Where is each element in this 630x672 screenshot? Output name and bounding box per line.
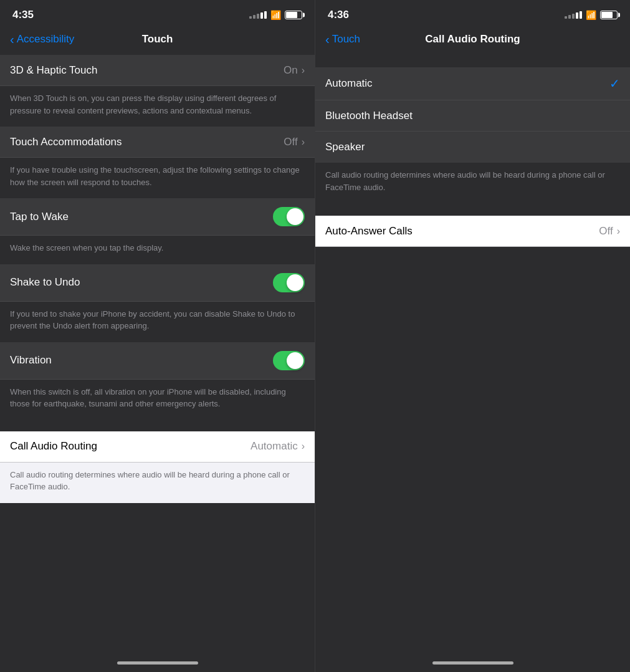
left-home-bar <box>117 661 198 665</box>
row-3d-haptic-desc: When 3D Touch is on, you can press the d… <box>0 86 315 127</box>
right-gray-fill <box>315 247 630 656</box>
left-bottom-white-section: Call Audio Routing Automatic › Call audi… <box>0 431 315 503</box>
row-touch-acc-chevron-icon: › <box>302 137 305 148</box>
right-wifi-icon: 📶 <box>586 10 596 20</box>
right-battery-icon <box>600 11 618 19</box>
row-3d-haptic-label: 3D & Haptic Touch <box>10 64 97 77</box>
routing-bluetooth-label: Bluetooth Headset <box>325 110 413 122</box>
row-auto-answer-value: Off › <box>599 225 620 238</box>
right-time: 4:36 <box>328 9 349 21</box>
row-3d-haptic[interactable]: 3D & Haptic Touch On › <box>0 55 315 86</box>
left-back-button[interactable]: ‹ Accessibility <box>10 33 74 46</box>
right-status-icons: 📶 <box>565 10 618 20</box>
row-auto-answer[interactable]: Auto-Answer Calls Off › <box>315 216 630 247</box>
left-back-label: Accessibility <box>17 33 75 46</box>
row-call-audio-label: Call Audio Routing <box>10 440 97 453</box>
left-time: 4:35 <box>12 9 34 21</box>
row-shake-undo-desc: If you tend to shake your iPhone by acci… <box>0 302 315 342</box>
right-signal-icon <box>565 11 582 19</box>
row-call-audio-chevron-icon: › <box>302 441 305 452</box>
tap-wake-toggle-knob <box>287 208 303 225</box>
left-status-icons: 📶 <box>249 10 302 20</box>
routing-options-block: Automatic ✓ Bluetooth Headset Speaker <box>315 67 630 163</box>
right-nav-title: Call Audio Routing <box>425 33 520 46</box>
shake-undo-toggle[interactable] <box>273 273 305 292</box>
row-vibration-desc: When this switch is off, all vibration o… <box>0 380 315 420</box>
left-status-bar: 4:35 📶 <box>0 0 315 27</box>
auto-answer-section: Auto-Answer Calls Off › <box>315 216 630 247</box>
routing-row-bluetooth[interactable]: Bluetooth Headset <box>315 100 630 132</box>
row-tap-wake-label: Tap to Wake <box>10 211 69 223</box>
row-3d-haptic-chevron-icon: › <box>302 65 305 76</box>
row-touch-acc[interactable]: Touch Accommodations Off › <box>0 127 315 158</box>
row-shake-undo[interactable]: Shake to Undo <box>0 264 315 302</box>
row-call-audio-value: Automatic › <box>251 440 305 453</box>
left-back-chevron-icon: ‹ <box>10 33 14 46</box>
left-wifi-icon: 📶 <box>270 10 281 20</box>
tap-wake-toggle[interactable] <box>273 207 305 226</box>
row-auto-answer-label: Auto-Answer Calls <box>325 225 413 238</box>
row-shake-undo-label: Shake to Undo <box>10 276 80 289</box>
left-home-indicator <box>0 656 315 672</box>
right-home-bar <box>432 661 513 665</box>
left-battery-icon <box>285 11 302 19</box>
right-back-chevron-icon: ‹ <box>325 33 330 46</box>
row-touch-acc-desc: If you have trouble using the touchscree… <box>0 158 315 198</box>
left-panel: 4:35 📶 ‹ Accessibility Touch 3D & Haptic… <box>0 0 315 672</box>
row-touch-acc-value: Off › <box>284 136 305 148</box>
right-panel: 4:36 📶 ‹ Touch Call Audio Routing Autom <box>315 0 630 672</box>
row-auto-answer-chevron-icon: › <box>617 226 620 237</box>
vibration-toggle[interactable] <box>273 351 305 370</box>
right-nav-bar: ‹ Touch Call Audio Routing <box>315 27 630 55</box>
row-call-audio[interactable]: Call Audio Routing Automatic › <box>0 431 315 463</box>
routing-desc: Call audio routing determines where audi… <box>315 163 630 203</box>
right-back-label: Touch <box>332 33 360 46</box>
right-back-button[interactable]: ‹ Touch <box>325 33 360 46</box>
left-scroll-content: 3D & Haptic Touch On › When 3D Touch is … <box>0 55 315 656</box>
routing-automatic-checkmark-icon: ✓ <box>609 76 620 91</box>
routing-row-automatic[interactable]: Automatic ✓ <box>315 67 630 100</box>
row-vibration[interactable]: Vibration <box>0 342 315 380</box>
row-tap-wake[interactable]: Tap to Wake <box>0 198 315 236</box>
shake-undo-toggle-knob <box>287 274 303 291</box>
routing-automatic-label: Automatic <box>325 77 373 90</box>
row-vibration-label: Vibration <box>10 354 52 367</box>
routing-row-speaker[interactable]: Speaker <box>315 132 630 163</box>
left-nav-bar: ‹ Accessibility Touch <box>0 27 315 55</box>
row-call-audio-desc: Call audio routing determines where audi… <box>0 463 315 503</box>
row-3d-haptic-value: On › <box>284 64 305 77</box>
right-status-bar: 4:36 📶 <box>315 0 630 27</box>
row-tap-wake-desc: Wake the screen when you tap the display… <box>0 236 315 264</box>
vibration-toggle-knob <box>287 352 303 369</box>
row-touch-acc-label: Touch Accommodations <box>10 136 122 148</box>
left-signal-icon <box>249 11 267 19</box>
left-nav-title: Touch <box>142 33 173 46</box>
routing-speaker-label: Speaker <box>325 141 365 153</box>
right-home-indicator <box>315 656 630 672</box>
